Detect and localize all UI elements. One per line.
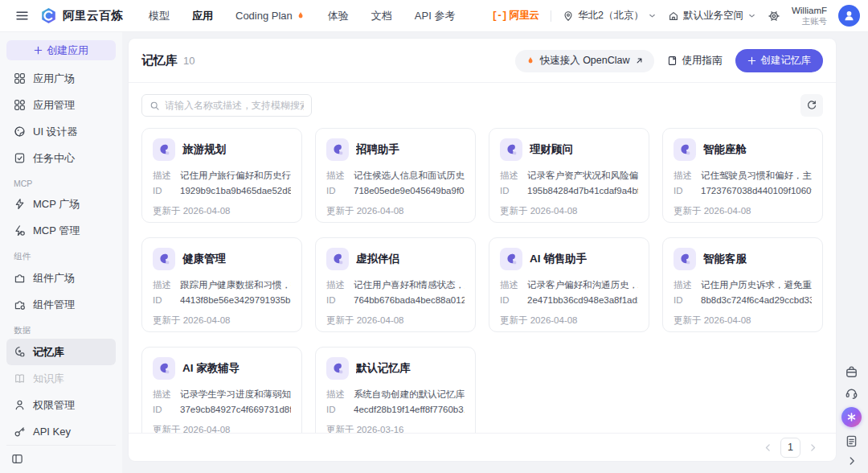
fire-icon: [526, 56, 535, 66]
sidebar-item-permissions[interactable]: 权限管理: [6, 392, 116, 418]
desc-label: 描述: [674, 278, 694, 293]
memory-card[interactable]: 虚拟伴侣 描述 记住用户喜好和情感状态，建立长... ID 764bb676ba…: [315, 237, 476, 332]
sidebar-item-component-market[interactable]: 组件广场: [6, 265, 116, 291]
sidebar-item-knowledge[interactable]: 知识库: [6, 365, 116, 392]
card-title: AI 家教辅导: [182, 361, 240, 376]
card-id: 195b84284d7b41cdaf9a4bf...: [527, 183, 638, 199]
hamburger-menu-icon[interactable]: [11, 6, 32, 27]
sidebar-collapse-icon[interactable]: [11, 453, 23, 465]
card-updated-date: 更新于 2026-04-08: [500, 199, 638, 217]
nav-item-docs[interactable]: 文档: [371, 9, 392, 23]
memory-brain-icon: [153, 248, 175, 270]
refresh-button[interactable]: [800, 94, 823, 117]
memory-brain-icon: [326, 138, 349, 161]
sidebar-item-mcp-manage[interactable]: MCP 管理: [6, 217, 116, 244]
sidebar-item-app-market[interactable]: 应用广场: [6, 65, 116, 92]
workspace-selector[interactable]: 默认业务空间: [668, 9, 756, 23]
card-description: 记住用户旅行偏好和历史行程，推...: [180, 168, 291, 183]
nav-item-models[interactable]: 模型: [149, 9, 170, 23]
memory-card[interactable]: AI 销售助手 描述 记录客户偏好和沟通历史，精准推... ID 2e471bb…: [489, 237, 649, 332]
settings-gear-icon[interactable]: [768, 10, 780, 23]
desc-label: 描述: [326, 168, 346, 183]
brand-name: 阿里云百炼: [63, 8, 123, 23]
card-title: 招聘助手: [356, 142, 399, 157]
feedback-doc-icon[interactable]: [845, 434, 858, 448]
support-headset-icon[interactable]: [845, 386, 858, 400]
id-label: ID: [153, 293, 173, 308]
sidebar-item-task-center[interactable]: 任务中心: [6, 145, 116, 171]
memory-card[interactable]: 招聘助手 描述 记住候选人信息和面试历史，辅助... ID 718e05ede9…: [315, 128, 476, 223]
card-updated-date: 更新于 2026-04-08: [674, 308, 812, 327]
memory-card[interactable]: 旅游规划 描述 记住用户旅行偏好和历史行程，推... ID 1929b9c1ba…: [141, 128, 302, 223]
sidebar-item-app-manage[interactable]: 应用管理: [6, 92, 116, 118]
user-info[interactable]: WilliamF 主账号: [792, 5, 827, 27]
sidebar-item-memory[interactable]: 记忆库: [6, 339, 116, 365]
brand-logo[interactable]: 阿里云百炼: [40, 7, 123, 24]
card-description: 记录学生学习进度和薄弱知识点，...: [180, 387, 291, 402]
card-title: 智能客服: [703, 252, 747, 266]
key-icon: [14, 426, 26, 438]
card-title: 健康管理: [182, 252, 226, 266]
card-description: 记录客户资产状况和风险偏好，定...: [527, 168, 638, 183]
memory-card[interactable]: 理财顾问 描述 记录客户资产状况和风险偏好，定... ID 195b84284d…: [489, 128, 649, 223]
search-icon: [149, 101, 160, 111]
id-label: ID: [326, 402, 346, 417]
nav-item-api-reference[interactable]: API 参考: [415, 9, 456, 23]
external-link-icon: [635, 56, 644, 65]
card-id: 2e471bb36cd948e3a8f1ad1...: [527, 293, 638, 308]
sidebar-item-component-manage[interactable]: 组件管理: [6, 291, 116, 318]
card-id: 8b8d3c724f6c4ad29ccbd33...: [701, 293, 812, 308]
refresh-icon: [806, 100, 817, 111]
toolbar-collapse-chevron-icon[interactable]: [846, 455, 858, 467]
workspace-icon: [668, 10, 679, 22]
card-title: 理财顾问: [530, 142, 573, 157]
chevron-down-icon: [747, 11, 756, 20]
search-input[interactable]: [165, 100, 304, 111]
card-title: 智能座舱: [703, 142, 747, 157]
sidebar-item-mcp-market[interactable]: MCP 广场: [6, 191, 116, 217]
search-row: [129, 83, 836, 117]
nav-item-coding-plan[interactable]: Coding Plan: [235, 10, 305, 22]
memory-card[interactable]: 智能座舱 描述 记住驾驶员习惯和偏好，主动调节... ID 1723767038…: [662, 128, 823, 223]
orders-bag-icon[interactable]: [845, 365, 858, 379]
sidebar-section-mcp: MCP: [6, 171, 116, 191]
prev-page-icon[interactable]: [763, 442, 773, 453]
id-label: ID: [326, 183, 346, 199]
nav-item-playground[interactable]: 体验: [328, 9, 349, 23]
puzzle-icon: [14, 272, 26, 284]
create-memory-button[interactable]: 创建记忆库: [735, 49, 824, 72]
memory-brain-icon: [500, 248, 522, 270]
search-box[interactable]: [141, 94, 312, 117]
memory-card[interactable]: 智能客服 描述 记住用户历史诉求，避免重复询问... ID 8b8d3c724f…: [662, 237, 823, 332]
usage-guide-button[interactable]: 使用指南: [662, 50, 727, 72]
desc-label: 描述: [500, 278, 520, 293]
memory-brain-icon: [500, 138, 522, 161]
card-title: AI 销售助手: [530, 252, 587, 266]
top-nav-items: 模型 应用 Coding Plan 体验 文档 API 参考: [149, 9, 455, 23]
region-selector[interactable]: 华北2（北京）: [563, 9, 657, 23]
card-description: 记住用户喜好和情感状态，建立长...: [354, 278, 465, 293]
create-app-button[interactable]: 创建应用: [6, 40, 116, 60]
sidebar-item-ui-designer[interactable]: UI 设计器: [6, 118, 116, 145]
nav-item-apps[interactable]: 应用: [192, 9, 213, 23]
apps-manage-icon: [14, 99, 26, 111]
aliyun-logo-icon: [-]: [492, 10, 507, 22]
card-title: 虚拟伴侣: [356, 252, 399, 266]
card-id: 37e9cb84927c4f669731d8f...: [180, 402, 291, 417]
memory-card[interactable]: 健康管理 描述 跟踪用户健康数据和习惯，提供个... ID 4413f8be56…: [141, 237, 302, 332]
card-id: 764bb676bada4bec88a012c...: [354, 293, 465, 308]
sidebar-item-api-key[interactable]: API Key: [6, 418, 116, 445]
user-avatar[interactable]: [838, 5, 860, 27]
card-updated-date: 更新于 2026-04-08: [153, 308, 291, 327]
card-updated-date: 更新于 2026-04-08: [674, 199, 812, 217]
openclaw-quick-connect-button[interactable]: 快速接入 OpenClaw: [515, 50, 654, 72]
desc-label: 描述: [153, 168, 173, 183]
aliyun-console-link[interactable]: [-] 阿里云: [492, 9, 539, 23]
next-page-icon[interactable]: [808, 442, 818, 453]
ai-assistant-button[interactable]: [841, 407, 862, 427]
page-number[interactable]: 1: [780, 438, 800, 458]
memory-card[interactable]: AI 家教辅导 描述 记录学生学习进度和薄弱知识点，... ID 37e9cb8…: [141, 347, 302, 433]
right-floating-toolbar: [841, 365, 862, 467]
person-icon: [14, 399, 26, 411]
memory-card[interactable]: 默认记忆库 描述 系统自动创建的默认记忆库 ID 4ecdf28b19f14ef…: [315, 347, 476, 433]
